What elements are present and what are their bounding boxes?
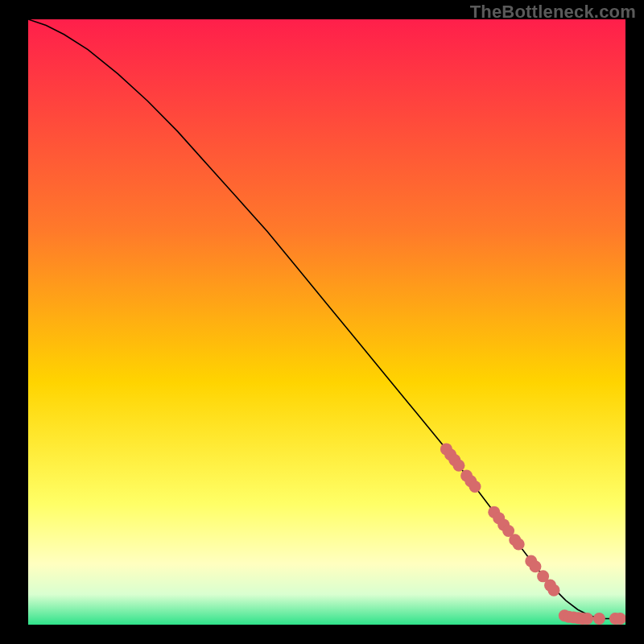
chart-stage: TheBottleneck.com: [0, 0, 644, 644]
marker-point: [469, 481, 481, 493]
marker-point: [529, 560, 541, 572]
marker-point: [593, 613, 605, 625]
marker-point: [547, 584, 559, 597]
gradient-background: [28, 19, 625, 625]
plot-svg: [28, 19, 625, 625]
marker-point: [513, 538, 525, 550]
marker-point: [452, 460, 464, 472]
marker-point: [581, 613, 593, 625]
plot-area: [28, 19, 625, 625]
